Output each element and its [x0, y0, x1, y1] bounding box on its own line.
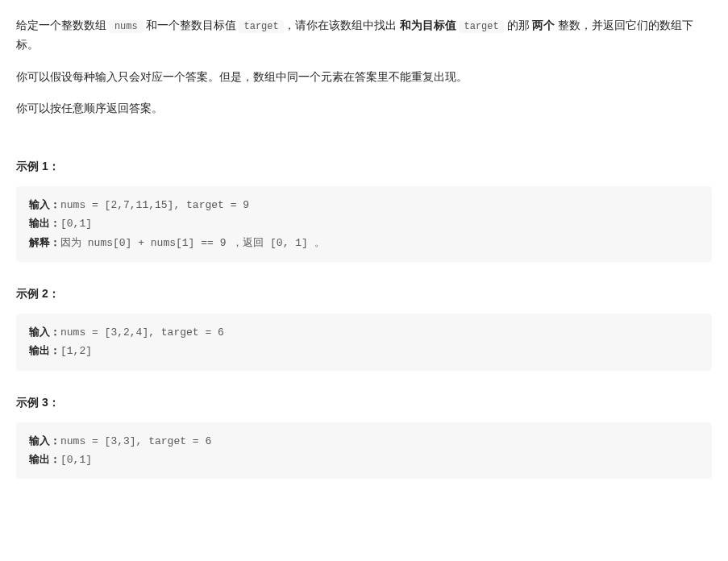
output-value: [0,1] — [60, 218, 92, 230]
example-block-3: 输入：nums = [3,3], target = 6 输出：[0,1] — [16, 422, 712, 480]
input-label: 输入： — [29, 435, 60, 447]
intro-paragraph-3: 你可以按任意顺序返回答案。 — [16, 99, 712, 118]
output-value: [0,1] — [60, 454, 92, 466]
problem-description: 给定一个整数数组 nums 和一个整数目标值 target，请你在该数组中找出 … — [16, 16, 712, 118]
inline-code-nums: nums — [110, 20, 143, 33]
example-heading-2: 示例 2： — [16, 285, 712, 304]
explain-label: 解释： — [29, 237, 60, 249]
example-block-1: 输入：nums = [2,7,11,15], target = 9 输出：[0,… — [16, 186, 712, 262]
input-value: nums = [3,3], target = 6 — [60, 435, 211, 447]
bold-text: 和为目标值 — [400, 19, 456, 31]
bold-text: 两个 — [532, 19, 555, 31]
input-value: nums = [2,7,11,15], target = 9 — [60, 199, 249, 211]
explain-value: 因为 nums[0] + nums[1] == 9 ，返回 [0, 1] 。 — [60, 237, 325, 249]
text: 给定一个整数数组 — [16, 19, 110, 31]
text: ，请你在该数组中找出 — [284, 19, 400, 31]
inline-code-target: target — [239, 20, 283, 33]
output-value: [1,2] — [60, 345, 92, 357]
inline-code-target2: target — [459, 20, 503, 33]
input-label: 输入： — [29, 199, 60, 211]
intro-paragraph-1: 给定一个整数数组 nums 和一个整数目标值 target，请你在该数组中找出 … — [16, 16, 712, 55]
example-block-2: 输入：nums = [3,2,4], target = 6 输出：[1,2] — [16, 314, 712, 371]
output-label: 输出： — [29, 218, 60, 230]
output-label: 输出： — [29, 454, 60, 466]
output-label: 输出： — [29, 345, 60, 357]
intro-paragraph-2: 你可以假设每种输入只会对应一个答案。但是，数组中同一个元素在答案里不能重复出现。 — [16, 68, 712, 87]
input-value: nums = [3,2,4], target = 6 — [60, 326, 224, 339]
input-label: 输入： — [29, 326, 60, 339]
text: 和一个整数目标值 — [143, 19, 239, 31]
example-heading-1: 示例 1： — [16, 157, 712, 177]
text: 的那 — [504, 19, 533, 31]
example-heading-3: 示例 3： — [16, 393, 712, 413]
